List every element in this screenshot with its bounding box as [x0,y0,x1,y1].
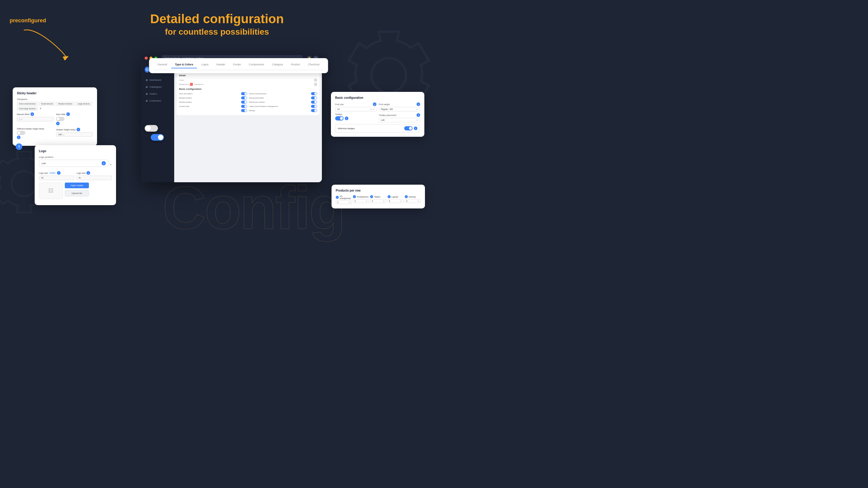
viewport-dropdown-arrow[interactable]: ▼ [38,107,42,110]
header-section: Detailed configuration for countless pos… [150,12,284,37]
font-size-row: Font size i 14 px ▼ [335,102,376,111]
tooltips-placement-input[interactable]: Left ▼ [379,118,420,122]
auto-hide-info2[interactable]: i [56,122,60,125]
viewport-tag-lg[interactable]: Large devices [75,102,92,106]
viewport-tag-sm[interactable]: Small devices [39,102,55,106]
header-height-input[interactable]: 100 px [56,132,93,137]
xs-info[interactable]: i [336,196,339,199]
open-media-button[interactable]: Open media [65,183,89,188]
tablet-select[interactable]: 2▼ [370,199,386,203]
main-content-area: General Typo & Colors Logos Header Foote… [174,64,322,182]
sm-info[interactable]: i [353,195,356,198]
tooltips-info[interactable]: i [345,117,348,120]
logo-size-info[interactable]: i [57,171,61,175]
viewport-tag-md[interactable]: Medium devices [56,102,74,106]
country-field-label: Country field [179,105,240,107]
upload-icon: 🖼 [48,188,54,194]
upload-file-button[interactable]: Upload file [65,190,89,196]
sidebar-item-dashboard[interactable]: Dashboard [144,77,172,83]
logo-size-input[interactable]: 75 [39,175,74,180]
tooltips-placement-label: Tooltips placement i [379,113,420,117]
warehouse-pos-label: Warehouse position [249,101,310,103]
warehouse-pos-toggle[interactable] [311,101,317,104]
header-height-label: Header Height sticky i [56,128,93,131]
country-field-toggle[interactable] [241,105,247,108]
typo-tab-footer[interactable]: Footer [229,61,244,68]
large-toggle-on[interactable] [151,134,164,141]
short-desc-toggle[interactable] [241,92,247,95]
minimize-badges-label: Minimize badges [338,127,355,130]
header-height-info[interactable]: i [76,128,80,131]
sidebar-item-orders[interactable]: Orders [144,91,172,97]
variant-char-toggle[interactable] [311,92,317,95]
tablet-info[interactable]: i [370,195,373,198]
sm-select[interactable]: 2▼ [353,199,369,203]
admin-sidebar: G Administration Dashboard Catalogues Or… [141,64,174,182]
auto-hide-info[interactable]: i [66,112,70,116]
tooltips-placement-row: Tooltips placement i Left ▼ [379,113,420,122]
arrow-curve [18,24,72,60]
ratings-pos-label: Ratings position [179,97,240,99]
logo-size-info2[interactable]: i [87,171,90,175]
tooltips-toggle[interactable] [335,116,344,121]
sidebar-label-catalogues: Catalogues [150,86,161,88]
viewport-tag-xl[interactable]: Extra large devices [17,107,38,110]
minimize-badges-info[interactable]: i [414,127,417,130]
different-header-toggle[interactable] [17,131,25,135]
typo-tab-category[interactable]: Category [268,61,287,68]
logo-pos-info[interactable]: i [101,161,106,165]
auto-hide-toggle[interactable] [56,117,64,121]
diff-header-info[interactable]: i [17,135,21,139]
toggle-extra1[interactable] [241,109,247,112]
logo-size-desktop-label: Logo size i [76,171,112,175]
xs-select[interactable]: 1▼ [336,200,352,204]
font-weight-input[interactable]: Regular - 400 ▼ [379,107,420,111]
basic-config-panel: Basic configuration Font size i 14 px ▼ … [331,92,424,137]
tooltips-row: Tooltips i [335,113,376,122]
xs-label: XS smartphones [340,195,352,199]
wishlist-pos-toggle[interactable] [241,101,247,104]
font-size-input[interactable]: 14 px ▼ [335,107,376,111]
wishlist-pos-label: Wishlist position [179,101,240,103]
ratings-pos-toggle[interactable] [241,96,247,99]
desktop-select[interactable]: 4▼ [405,199,421,203]
font-size-info[interactable]: i [373,102,376,106]
typo-tab-components[interactable]: Components [245,61,268,68]
labels-brand-label: Labels brand distance management [249,105,310,107]
typo-tab-logos[interactable]: Logos [197,61,212,68]
toggle-extra2[interactable] [311,109,317,112]
sidebar-item-catalogues[interactable]: Catalogues [144,84,172,90]
logo-position-dropdown[interactable]: Left i [39,160,108,167]
sidebar-item-customers[interactable]: Customers [144,98,172,104]
sidebar-label-dashboard: Dashboard [150,78,161,82]
manual-offset-input[interactable]: 1 px [17,117,54,121]
typo-tab-typo-colors[interactable]: Typo & Colors [171,61,197,68]
basic-config-title: Basic configuration [179,88,317,90]
typo-tab-general[interactable]: General [154,61,170,68]
desktop-label: Desktop [409,196,416,198]
tooltips-placement-info[interactable]: i [416,113,420,117]
manual-offset-info[interactable]: i [30,112,34,116]
minimize-badges-toggle[interactable] [404,126,412,130]
large-toggle-off[interactable] [145,125,158,132]
tablet-label: Tablets [374,196,380,198]
product-col-laptop: i Laptops 3▼ [388,195,404,204]
font-weight-info[interactable]: i [416,102,420,106]
help-button[interactable]: ? [16,143,22,150]
laptop-info[interactable]: i [388,195,391,198]
typo-colors-panel: General Typo & Colors Logos Header Foote… [149,58,328,73]
logo-mobile-badge: mobile [49,172,56,174]
logo-size-desktop-input[interactable]: % [76,175,112,180]
logo-position-label: Logo position [39,156,112,158]
desktop-info[interactable]: i [405,195,408,198]
browser-close-dot [145,57,148,60]
rating-placeholder-toggle[interactable] [311,96,317,99]
header-title-line1: Detailed configuration [150,12,284,26]
typo-tab-checkout[interactable]: Checkout [304,61,323,68]
typo-tab-product[interactable]: Product [287,61,304,68]
labels-brand-toggle[interactable] [311,105,317,108]
typo-tab-header[interactable]: Header [213,61,229,68]
laptop-select[interactable]: 3▼ [388,199,404,203]
viewport-tag-xs[interactable]: Extra small devices [17,102,38,106]
different-header-label: Different header height sticky [17,128,54,130]
